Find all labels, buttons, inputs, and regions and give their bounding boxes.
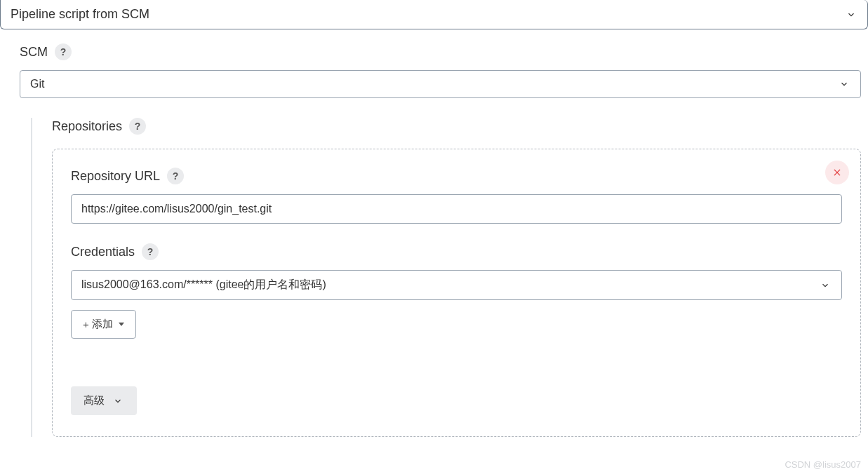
plus-icon: + xyxy=(83,318,89,330)
repositories-label: Repositories xyxy=(52,119,122,134)
remove-repository-button[interactable] xyxy=(825,161,849,184)
chevron-down-icon xyxy=(845,8,857,21)
credentials-dropdown[interactable]: lisus2000@163.com/****** (gitee的用户名和密码) xyxy=(71,270,842,300)
repositories-label-row: Repositories ? xyxy=(52,118,868,135)
scm-value: Git xyxy=(30,78,44,90)
repository-url-block: Repository URL ? xyxy=(71,168,842,224)
help-icon[interactable]: ? xyxy=(142,243,159,260)
advanced-button-label: 高级 xyxy=(84,394,105,407)
credentials-block: Credentials ? lisus2000@163.com/****** (… xyxy=(71,243,842,339)
advanced-button[interactable]: 高级 xyxy=(71,386,137,415)
credentials-label-row: Credentials ? xyxy=(71,243,842,260)
scm-label: SCM xyxy=(20,45,48,60)
chevron-down-icon xyxy=(112,395,124,407)
help-icon[interactable]: ? xyxy=(167,168,184,184)
scm-dropdown[interactable]: Git xyxy=(20,70,861,98)
add-button-label: 添加 xyxy=(92,318,113,331)
repository-url-label-row: Repository URL ? xyxy=(71,168,842,184)
caret-down-icon xyxy=(119,323,124,326)
add-credentials-button[interactable]: + 添加 xyxy=(71,310,136,339)
credentials-label: Credentials xyxy=(71,245,135,259)
credentials-value: lisus2000@163.com/****** (gitee的用户名和密码) xyxy=(81,278,326,292)
scm-label-row: SCM ? xyxy=(20,43,868,60)
chevron-down-icon xyxy=(838,78,850,90)
pipeline-definition-dropdown[interactable]: Pipeline script from SCM xyxy=(0,0,868,29)
close-icon xyxy=(832,168,842,177)
chevron-down-icon xyxy=(819,279,832,292)
repository-panel: Repository URL ? Credentials ? lisus2000… xyxy=(52,149,861,437)
pipeline-definition-value: Pipeline script from SCM xyxy=(11,7,149,22)
help-icon[interactable]: ? xyxy=(129,118,146,135)
repository-url-label: Repository URL xyxy=(71,169,160,184)
help-icon[interactable]: ? xyxy=(55,43,72,60)
repository-url-input[interactable] xyxy=(71,194,842,224)
